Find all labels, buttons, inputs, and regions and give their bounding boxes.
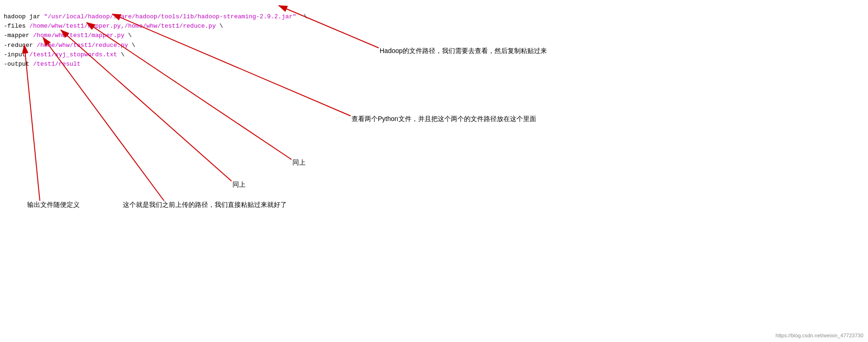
annotation-1: Hadoop的文件路径，我们需要去查看，然后复制粘贴过来	[380, 47, 547, 55]
code-line-5: -input /test1/xyj_stopwords.txt \	[4, 51, 124, 58]
code-line-1: hadoop jar "/usr/local/hadoop/share/hado…	[4, 13, 307, 20]
code-line-2: -files /home/whw/test1/mapper.py,/home/w…	[4, 23, 223, 30]
code-line-4: -reducer /home/whw/test1/reduce.py \	[4, 42, 135, 49]
annotation-4: 同上	[232, 181, 246, 189]
annotation-6: 输出文件随便定义	[27, 201, 80, 209]
code-block: hadoop jar "/usr/local/hadoop/share/hado…	[0, 0, 311, 72]
annotation-3: 同上	[292, 159, 306, 167]
url-label: https://blog.csdn.net/weixin_47723730	[776, 333, 863, 338]
code-line-3: -mapper /home/whw/test1/mapper.py \	[4, 32, 132, 39]
code-line-6: -output /test1/result	[4, 61, 81, 68]
annotation-2: 查看两个Python文件，并且把这个两个的文件路径放在这个里面	[352, 115, 536, 123]
annotation-5: 这个就是我们之前上传的路径，我们直接粘贴过来就好了	[123, 201, 287, 209]
